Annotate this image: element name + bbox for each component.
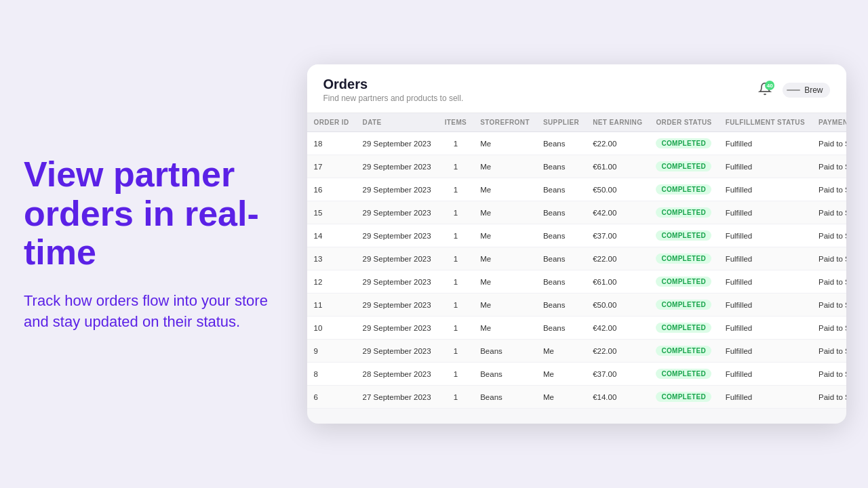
- table-row: 13 29 September 2023 1 Me Beans €22.00 C…: [307, 247, 846, 270]
- table-row: 14 29 September 2023 1 Me Beans €37.00 C…: [307, 224, 846, 247]
- cell-order-status: COMPLETED: [649, 340, 718, 363]
- orders-table: ORDER ID DATE ITEMS STOREFRONT SUPPLIER …: [307, 113, 846, 409]
- cell-net-earning: €50.00: [586, 293, 649, 317]
- cell-order-status: COMPLETED: [649, 317, 718, 340]
- window-title-block: Orders Find new partners and products to…: [323, 77, 464, 113]
- avatar-line: [787, 89, 800, 91]
- cell-fulfillment-status: Fulfilled: [719, 293, 812, 317]
- cell-net-earning: €37.00: [586, 224, 649, 247]
- col-net-earning: NET EARNING: [586, 113, 649, 132]
- cell-payment-status: Paid to Supplier: [812, 178, 846, 201]
- status-badge: COMPLETED: [656, 346, 711, 356]
- cell-net-earning: €22.00: [586, 132, 649, 155]
- status-badge: COMPLETED: [656, 161, 711, 171]
- cell-order-status: COMPLETED: [649, 224, 718, 247]
- col-supplier: SUPPLIER: [536, 113, 586, 132]
- col-payment-status: PAYMENT STATUS: [812, 113, 846, 132]
- cell-items: 1: [438, 386, 474, 409]
- notification-badge: 40: [765, 81, 774, 90]
- cell-items: 1: [438, 317, 474, 340]
- cell-fulfillment-status: Fulfilled: [719, 386, 812, 409]
- cell-supplier: Beans: [536, 247, 586, 270]
- cell-storefront: Me: [473, 317, 536, 340]
- cell-net-earning: €61.00: [586, 270, 649, 293]
- cell-items: 1: [438, 293, 474, 317]
- window-header: Orders Find new partners and products to…: [307, 64, 846, 113]
- notification-button[interactable]: 40: [754, 79, 776, 101]
- cell-net-earning: €22.00: [586, 340, 649, 363]
- hero-title: View partner orders in real-time: [24, 155, 271, 272]
- table-row: 10 29 September 2023 1 Me Beans €42.00 C…: [307, 317, 846, 340]
- cell-storefront: Beans: [473, 340, 536, 363]
- cell-items: 1: [438, 132, 474, 155]
- col-order-status: ORDER STATUS: [649, 113, 718, 132]
- cell-net-earning: €22.00: [586, 247, 649, 270]
- right-panel: Orders Find new partners and products to…: [292, 51, 868, 437]
- table-row: 11 29 September 2023 1 Me Beans €50.00 C…: [307, 293, 846, 317]
- left-panel: View partner orders in real-time Track h…: [0, 128, 292, 359]
- cell-order-id: 12: [307, 270, 356, 293]
- cell-order-id: 13: [307, 247, 356, 270]
- cell-supplier: Beans: [536, 224, 586, 247]
- table-header: ORDER ID DATE ITEMS STOREFRONT SUPPLIER …: [307, 113, 846, 132]
- col-items: ITEMS: [438, 113, 474, 132]
- user-pill[interactable]: Brew: [783, 83, 829, 98]
- table-row: 15 29 September 2023 1 Me Beans €42.00 C…: [307, 201, 846, 224]
- cell-items: 1: [438, 270, 474, 293]
- status-badge: COMPLETED: [656, 184, 711, 195]
- cell-payment-status: Paid to Supplier: [812, 270, 846, 293]
- table-row: 12 29 September 2023 1 Me Beans €61.00 C…: [307, 270, 846, 293]
- cell-order-status: COMPLETED: [649, 155, 718, 178]
- cell-order-status: COMPLETED: [649, 386, 718, 409]
- cell-date: 29 September 2023: [356, 247, 438, 270]
- table-container: ORDER ID DATE ITEMS STOREFRONT SUPPLIER …: [307, 113, 846, 409]
- cell-date: 29 September 2023: [356, 132, 438, 155]
- cell-date: 29 September 2023: [356, 293, 438, 317]
- cell-payment-status: Paid to Supplier: [812, 340, 846, 363]
- cell-supplier: Beans: [536, 293, 586, 317]
- cell-order-id: 9: [307, 340, 356, 363]
- cell-date: 29 September 2023: [356, 270, 438, 293]
- cell-order-id: 15: [307, 201, 356, 224]
- cell-items: 1: [438, 247, 474, 270]
- cell-fulfillment-status: Fulfilled: [719, 270, 812, 293]
- cell-date: 29 September 2023: [356, 340, 438, 363]
- cell-storefront: Beans: [473, 363, 536, 386]
- table-body: 18 29 September 2023 1 Me Beans €22.00 C…: [307, 132, 846, 409]
- app-window: Orders Find new partners and products to…: [307, 64, 846, 424]
- cell-net-earning: €42.00: [586, 317, 649, 340]
- cell-storefront: Me: [473, 201, 536, 224]
- cell-payment-status: Paid to Supplier: [812, 224, 846, 247]
- status-badge: COMPLETED: [656, 207, 711, 218]
- cell-net-earning: €61.00: [586, 155, 649, 178]
- cell-order-id: 10: [307, 317, 356, 340]
- cell-supplier: Me: [536, 363, 586, 386]
- cell-date: 29 September 2023: [356, 201, 438, 224]
- cell-fulfillment-status: Fulfilled: [719, 155, 812, 178]
- col-date: DATE: [356, 113, 438, 132]
- cell-fulfillment-status: Fulfilled: [719, 132, 812, 155]
- cell-fulfillment-status: Fulfilled: [719, 224, 812, 247]
- cell-items: 1: [438, 363, 474, 386]
- cell-payment-status: Paid to Supplier: [812, 363, 846, 386]
- cell-order-status: COMPLETED: [649, 178, 718, 201]
- cell-items: 1: [438, 224, 474, 247]
- cell-order-id: 14: [307, 224, 356, 247]
- cell-supplier: Beans: [536, 178, 586, 201]
- cell-storefront: Me: [473, 247, 536, 270]
- cell-fulfillment-status: Fulfilled: [719, 340, 812, 363]
- status-badge: COMPLETED: [656, 138, 711, 148]
- cell-order-status: COMPLETED: [649, 201, 718, 224]
- col-fulfillment-status: FULFILLMENT STATUS: [719, 113, 812, 132]
- cell-date: 29 September 2023: [356, 178, 438, 201]
- cell-supplier: Me: [536, 386, 586, 409]
- cell-order-status: COMPLETED: [649, 132, 718, 155]
- table-row: 8 28 September 2023 1 Beans Me €37.00 CO…: [307, 363, 846, 386]
- cell-supplier: Beans: [536, 132, 586, 155]
- cell-fulfillment-status: Fulfilled: [719, 201, 812, 224]
- table-row: 9 29 September 2023 1 Beans Me €22.00 CO…: [307, 340, 846, 363]
- window-subtitle: Find new partners and products to sell.: [323, 94, 464, 103]
- cell-date: 29 September 2023: [356, 224, 438, 247]
- window-title: Orders: [323, 77, 464, 92]
- status-badge: COMPLETED: [656, 230, 711, 241]
